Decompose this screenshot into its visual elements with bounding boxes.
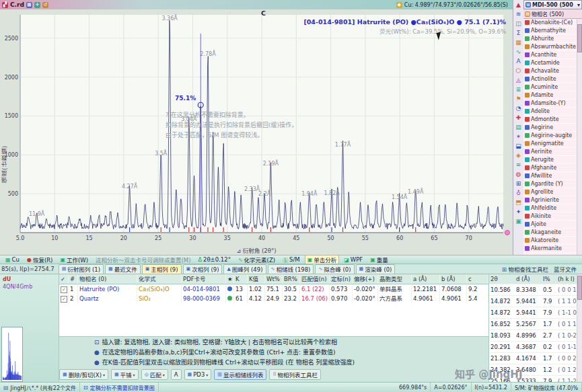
hkl-row[interactable]: 21.2834.16741.7( 0 0 2) (489, 353, 577, 364)
phase-search-toolbar-label[interactable]: ⊞ 物相查找工具栏 (502, 265, 548, 273)
tool-icon[interactable]: ✚ (514, 114, 523, 122)
tool-icon[interactable]: ◈ (514, 151, 523, 160)
tool-icon[interactable]: A (514, 57, 523, 66)
tool-icon[interactable]: ∿ (514, 48, 523, 56)
tool-icon[interactable]: ⬓ (514, 142, 523, 151)
crosshair-icon[interactable]: ✛ (34, 2, 40, 8)
tool-icon[interactable]: ▣ (514, 217, 523, 226)
phase-list-item[interactable]: Adamite (523, 91, 577, 100)
tool-icon[interactable]: ⬡ (514, 67, 523, 75)
phase-list-item[interactable]: Akatoreite (523, 237, 577, 245)
tool-icon[interactable]: Σ (514, 29, 523, 38)
tool-icon[interactable]: ⊞ (514, 180, 523, 188)
phase-list-item[interactable]: Achavalite (523, 67, 577, 75)
bottom-toolbar-button[interactable]: ◎匹配▾ (141, 369, 168, 380)
phase-list-item[interactable]: Aenigmatite (523, 140, 577, 148)
tool-icon[interactable]: ✶ (514, 132, 523, 141)
checkbox-icon[interactable]: ✓ (61, 296, 67, 303)
tab-衍射图列 (1)[interactable]: ▤衍射图列 (1) (59, 264, 104, 274)
bottom-toolbar-button[interactable]: A (171, 369, 182, 380)
toolbar-button[interactable]: ⓈS/M (280, 255, 303, 264)
phase-list-item[interactable]: Aegirine-augite (523, 132, 577, 140)
tool-icon[interactable]: ◬ (514, 76, 523, 85)
scrollbar-thumb[interactable] (577, 24, 582, 52)
database-selector[interactable]: ⊞ MDI-500 (500 ▾ (523, 0, 582, 9)
row-checkbox[interactable]: ✓ (59, 284, 69, 294)
phase-list-scrollbar[interactable] (577, 19, 582, 255)
phase-list-item[interactable]: Aerugite (523, 156, 577, 164)
tab-次相列 (9)[interactable]: ▣次相列 (9) (183, 264, 223, 274)
new-file-icon[interactable]: ▦ (26, 2, 32, 8)
bottom-toolbar-button[interactable]: ▦PD3▾ (184, 369, 212, 380)
tab-主相列 (9)[interactable]: ▣主相列 (9) (142, 264, 182, 274)
phase-table-row[interactable]: ✓1Hatrurite (PO)Ca₃(SiO₄)O04-014-9801131… (59, 284, 488, 294)
tool-icon[interactable]: ⬒ (514, 198, 523, 207)
thumbnail-pattern[interactable] (1, 327, 23, 382)
toolbar-button[interactable]: ▣工作(W) (57, 255, 91, 264)
phase-list-item[interactable]: Afghanite (523, 164, 577, 172)
tool-icon[interactable]: ◍ (514, 170, 523, 179)
dropdown-arrow-icon[interactable]: ▾ (133, 373, 135, 377)
file-tool-label[interactable]: 蓝牙文件 (554, 265, 577, 273)
tool-icon[interactable]: ≡ (514, 161, 523, 169)
phase-list-item[interactable]: Actinolite (523, 75, 577, 83)
bottom-toolbar-button[interactable]: ▥显示相储线列表 (214, 369, 266, 380)
toolbar-button[interactable]: ▣单击分析 (305, 255, 340, 264)
tool-icon[interactable]: ▤ (514, 123, 523, 132)
tool-icon[interactable]: ≋ (514, 10, 523, 19)
phase-name-list[interactable]: Abenakiite-(Ce)AbernathyiteAbhuriteAbswu… (523, 19, 582, 255)
tab-图峰列 (49)[interactable]: ▲图峰列 (49) (223, 264, 266, 274)
row-checkbox[interactable]: ✓ (59, 294, 69, 303)
xrd-chart[interactable]: 5.01015202530354045505560657050010001500… (0, 9, 513, 255)
toolbar-button[interactable]: ∿化学元素(Z) (235, 255, 278, 264)
undo-icon[interactable]: ↺ (42, 2, 48, 8)
phase-list-item[interactable]: Agrinierite (523, 196, 577, 204)
phase-list-item[interactable]: Abhurite (523, 35, 577, 43)
phase-list-item[interactable]: Abernathyite (523, 27, 577, 35)
tool-icon[interactable]: ≣ (514, 85, 523, 94)
phase-table-row[interactable]: ✓2QuartzSiO₂98-000-0369614.1224.923.216.… (59, 294, 488, 303)
phase-list-item[interactable]: Afwillite (523, 172, 577, 180)
dropdown-arrow-icon[interactable]: ▾ (103, 373, 105, 377)
tool-icon[interactable]: ▲ (514, 1, 523, 9)
phase-list-item[interactable]: Adelite (523, 108, 577, 116)
phase-list-item[interactable]: Acetamide (523, 59, 577, 67)
bottom-toolbar-button[interactable]: ▦删除/剪切(X)▾ (59, 369, 108, 380)
phase-list-item[interactable]: Abenakiite-(Ce) (523, 19, 577, 27)
phase-list-item[interactable]: Akermanite (523, 245, 577, 253)
tool-icon[interactable]: ✦ (514, 208, 523, 217)
hkl-row[interactable]: 10.5868.33480.5( 0 0 1) (489, 284, 577, 296)
tab-拟合峰 (0)[interactable]: ∿拟合峰 (0) (315, 264, 354, 274)
phase-list-item[interactable]: Admontite (523, 116, 577, 124)
tool-icon[interactable]: ♁ (514, 189, 523, 198)
phase-list-item[interactable]: Aerinite (523, 148, 577, 156)
tool-icon[interactable]: ◫ (514, 19, 523, 28)
tool-icon[interactable]: ◔ (514, 104, 523, 113)
phase-list-item[interactable]: Aikinite (523, 212, 577, 221)
hkl-row[interactable]: 16.8525.25671.7( 0 1 1) (489, 319, 577, 330)
phase-list-item[interactable]: Ahlfeldite (523, 204, 577, 212)
tab-相储线 (198)[interactable]: ∿相储线 (198) (268, 264, 314, 274)
hkl-row[interactable]: 18.0934.89962.7( 1 0-2) (489, 330, 577, 342)
phase-list-item[interactable]: Adamsite-(Y) (523, 100, 577, 108)
tab-渲染峰 (0)[interactable]: ▦渲染峰 (0) (356, 264, 396, 274)
phase-list-item[interactable]: Abswurmbachite (523, 43, 577, 51)
hkl-row[interactable]: 20.2914.36870.2( 0 1-1) (489, 342, 577, 353)
hkl-scrollbar[interactable] (577, 274, 582, 382)
dropdown-arrow-icon[interactable]: ▾ (163, 373, 165, 377)
tool-icon[interactable]: ▦ (514, 38, 523, 47)
tab-最近文件[interactable]: ▦最近文件 (105, 264, 141, 274)
dropdown-arrow-icon[interactable]: ▾ (206, 373, 208, 377)
dropdown-arrow-icon[interactable]: ▾ (577, 2, 580, 8)
phase-list-item[interactable]: Agrellite (523, 188, 577, 196)
phase-list-item[interactable]: Acuminite (523, 83, 577, 91)
toolbar-button[interactable]: Δ2θ±0.12° (196, 255, 233, 264)
toolbar-button[interactable]: ▦Cu (3, 255, 22, 264)
tool-icon[interactable]: ⚑ (514, 95, 523, 104)
phase-list-item[interactable]: Agardite (Y) (523, 180, 577, 188)
hkl-row[interactable]: 14.8725.94417.9( 1 1 0) (489, 296, 577, 307)
bottom-toolbar-button[interactable]: ⠿物相列表工具栏 (269, 369, 321, 380)
hkl-table-body[interactable]: 2θd (Å)I%(h k l)10.5868.33480.5( 0 0 1)1… (489, 274, 577, 382)
tab-phase-names[interactable]: ▤ 物相名 (500) (523, 9, 582, 19)
phase-list-item[interactable]: Aegirine (523, 124, 577, 132)
